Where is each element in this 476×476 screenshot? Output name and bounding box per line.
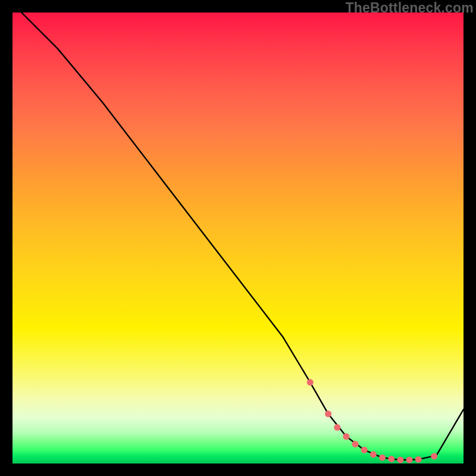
curve-marker	[370, 451, 377, 458]
bottleneck-curve	[21, 12, 464, 460]
watermark-text: TheBottleneck.com	[345, 0, 474, 16]
curve-marker	[379, 455, 386, 461]
plot-overlay	[12, 12, 464, 464]
curve-marker	[307, 379, 314, 386]
curve-marker	[397, 456, 403, 463]
curve-marker	[334, 424, 340, 431]
curve-marker	[352, 441, 359, 447]
curve-marker	[325, 411, 331, 417]
curve-marker	[388, 456, 394, 462]
curve-marker	[431, 453, 437, 459]
curve-marker	[343, 433, 349, 440]
plot-frame	[12, 12, 464, 464]
curve-marker	[415, 456, 422, 463]
curve-marker	[361, 447, 368, 453]
curve-marker	[406, 456, 413, 463]
